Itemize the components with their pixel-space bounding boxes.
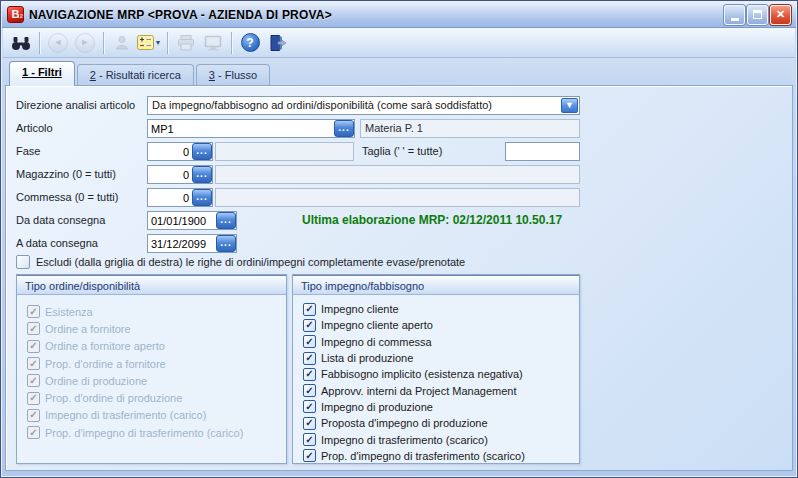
article-lookup-button[interactable]: ... <box>334 120 354 137</box>
options-list-button[interactable]: ▼ <box>136 30 162 56</box>
checkbox-label: Impegno di produzione <box>321 401 433 413</box>
checkbox-checked-disabled: ✓ <box>27 409 40 422</box>
checkbox-row: ✓Ordine di produzione <box>27 372 282 389</box>
checkbox-label: Impegno cliente <box>321 303 399 315</box>
checkbox-checked[interactable]: ✓ <box>303 417 316 430</box>
back-button: ◄ <box>45 30 71 56</box>
job-field-wrap: ... <box>147 188 213 207</box>
date-from-calendar-button[interactable]: ... <box>216 212 236 229</box>
checkbox-checked[interactable]: ✓ <box>303 303 316 316</box>
size-input[interactable] <box>506 143 579 160</box>
app-icon-sub: 12 <box>16 9 23 24</box>
toolbar-separator <box>167 32 168 54</box>
size-field-wrap <box>505 142 580 161</box>
date-to-label: A data consegna <box>16 234 98 253</box>
checkbox-label: Approvv. interni da Project Management <box>321 385 516 397</box>
checkbox-checked-disabled: ✓ <box>27 357 40 370</box>
window-title: NAVIGAZIONE MRP <PROVA - AZIENDA DI PROV… <box>29 8 724 22</box>
warehouse-lookup-button[interactable]: ... <box>192 166 212 183</box>
checkbox-checked[interactable]: ✓ <box>303 384 316 397</box>
chevron-down-icon[interactable]: ▼ <box>561 98 578 113</box>
order-types-group: Tipo ordine/disponibilità ✓Esistenza ✓Or… <box>16 274 287 464</box>
phase-lookup-button[interactable]: ... <box>192 143 212 160</box>
checkbox-checked[interactable]: ✓ <box>303 319 316 332</box>
filters-page: Direzione analisi articolo Da impegno/fa… <box>5 85 793 471</box>
checkbox-checked[interactable]: ✓ <box>303 335 316 348</box>
article-field-wrap: ... <box>147 119 355 138</box>
checkbox-checked-disabled: ✓ <box>27 392 40 405</box>
print-button <box>173 30 199 56</box>
window-controls: ✕ <box>724 5 791 25</box>
toolbar-separator <box>103 32 104 54</box>
checkbox-label: Prop. d'ordine a fornitore <box>45 358 166 370</box>
checkbox-row: ✓Ordine a fornitore aperto <box>27 338 282 355</box>
checkbox-checked[interactable]: ✓ <box>303 449 316 462</box>
direction-select[interactable]: Da impegno/fabbisogno ad ordini/disponib… <box>147 96 580 115</box>
checkbox-row: ✓Proposta d'impegno di produzione <box>303 415 575 431</box>
checkbox-row: ✓Prop. d'ordine di produzione <box>27 389 282 406</box>
checkbox-checked[interactable]: ✓ <box>303 352 316 365</box>
checkbox-checked-disabled: ✓ <box>27 305 40 318</box>
maximize-button[interactable] <box>747 5 768 25</box>
warehouse-field-wrap: ... <box>147 165 213 184</box>
hierarchy-icon <box>113 34 131 52</box>
tab-strip: 1 - Filtri 2 - Risultati ricerca 3 - Flu… <box>3 58 795 86</box>
close-button[interactable]: ✕ <box>770 5 791 25</box>
checkbox-checked[interactable]: ✓ <box>303 368 316 381</box>
date-from-input[interactable] <box>148 212 216 229</box>
demand-types-list: ✓Impegno cliente ✓Impegno cliente aperto… <box>293 295 579 464</box>
job-description <box>215 188 580 207</box>
demand-types-title: Tipo impegno/fabbisogno <box>293 275 579 295</box>
date-to-input[interactable] <box>148 235 216 252</box>
warehouse-input[interactable] <box>148 166 192 183</box>
job-label: Commessa (0 = tutti) <box>16 188 118 207</box>
checkbox-label: Prop. d'impegno di trasferimento (carico… <box>45 427 243 439</box>
help-button[interactable]: ? <box>237 30 263 56</box>
date-to-calendar-button[interactable]: ... <box>216 235 236 252</box>
checkbox-label: Prop. d'ordine di produzione <box>45 392 182 404</box>
app-icon: B 12 <box>7 6 24 23</box>
minimize-button[interactable] <box>724 5 745 25</box>
size-label: Taglia (' ' = tutte) <box>362 142 442 161</box>
help-icon: ? <box>241 33 260 52</box>
checkbox-checked[interactable]: ✓ <box>303 433 316 446</box>
demand-types-group: Tipo impegno/fabbisogno ✓Impegno cliente… <box>292 274 580 464</box>
date-from-label: Da data consegna <box>16 211 105 230</box>
binoculars-icon <box>11 34 31 52</box>
exclude-label: Escludi (dalla griglia di destra) le rig… <box>36 253 465 272</box>
article-input[interactable] <box>148 120 334 137</box>
print-preview-button <box>200 30 226 56</box>
options-dropdown-icon: ▼ <box>155 39 162 46</box>
exit-button[interactable] <box>264 30 290 56</box>
tab-risultati-ricerca[interactable]: 2 - Risultati ricerca <box>77 64 194 86</box>
article-description: Materia P. 1 <box>360 119 580 138</box>
direction-value: Da impegno/fabbisogno ad ordini/disponib… <box>152 99 492 111</box>
maximize-icon <box>753 10 762 19</box>
checkbox-label: Impegno di trasferimento (scarico) <box>321 434 488 446</box>
forward-button: ► <box>72 30 98 56</box>
tab-filtri[interactable]: 1 - Filtri <box>9 61 75 86</box>
find-button[interactable] <box>8 30 34 56</box>
job-lookup-button[interactable]: ... <box>192 189 212 206</box>
checkbox-label: Ordine a fornitore aperto <box>45 340 165 352</box>
checkbox-label: Impegno di commessa <box>321 336 432 348</box>
tab-label: - Flusso <box>215 69 257 81</box>
checkbox-row: ✓Prop. d'impegno di trasferimento (caric… <box>27 424 282 441</box>
date-from-field-wrap: ... <box>147 211 237 230</box>
exclude-checkbox[interactable] <box>16 255 30 269</box>
checkbox-checked[interactable]: ✓ <box>303 400 316 413</box>
order-types-title: Tipo ordine/disponibilità <box>17 275 286 295</box>
phase-input[interactable] <box>148 143 192 160</box>
job-input[interactable] <box>148 189 192 206</box>
checkbox-checked-disabled: ✓ <box>27 374 40 387</box>
checkbox-row: ✓Prop. d'impegno di trasferimento (scari… <box>303 448 575 464</box>
direction-label: Direzione analisi articolo <box>16 96 135 115</box>
checkbox-label: Ordine di produzione <box>45 375 147 387</box>
tab-flusso[interactable]: 3 - Flusso <box>196 64 270 86</box>
app-window: B 12 NAVIGAZIONE MRP <PROVA - AZIENDA DI… <box>0 0 798 478</box>
printer-icon <box>176 34 196 52</box>
monitor-icon <box>203 34 223 52</box>
date-to-field-wrap: ... <box>147 234 237 253</box>
checkbox-checked-disabled: ✓ <box>27 340 40 353</box>
toolbar-separator <box>39 32 40 54</box>
